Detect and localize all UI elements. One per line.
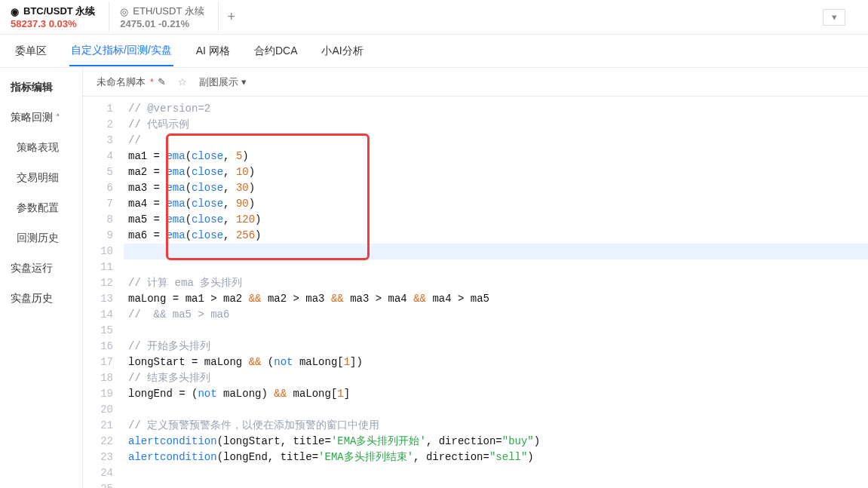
code-token: 256 (236, 229, 255, 241)
add-tab-button[interactable]: + (219, 5, 244, 30)
code-token: maLong (293, 388, 331, 400)
code-line[interactable] (124, 244, 868, 259)
sidebar-item-backtest-history[interactable]: 回测历史 (0, 223, 82, 253)
line-number: 15 (83, 323, 124, 339)
code-token: ema (166, 166, 185, 178)
sub-view-button[interactable]: 副图展示 ▾ (199, 75, 247, 89)
line-number: 3 (83, 133, 124, 149)
market-tab-btc[interactable]: ◉ BTC/USDT 永续 58237.3 0.03% (0, 2, 109, 32)
code-token: ) (249, 182, 255, 194)
code-token: ma3 (350, 293, 376, 305)
sidebar-item-live-history[interactable]: 实盘历史 (0, 284, 82, 314)
code-token: , (223, 213, 236, 226)
main-area: 指标编辑 策略回测˄ 策略表现 交易明细 参数配置 回测历史 实盘运行 实盘历史… (0, 68, 868, 488)
sidebar-item-param-config[interactable]: 参数配置 (0, 193, 82, 223)
code-line[interactable]: // 开始多头排列 (124, 339, 868, 354)
code-line[interactable]: // 计算 ema 多头排列 (124, 275, 868, 291)
code-line[interactable] (124, 465, 868, 481)
code-line[interactable]: ma5 = ema(close, 120) (124, 212, 868, 228)
code-token: title (293, 435, 324, 447)
line-number: 5 (83, 164, 124, 180)
code-line[interactable]: longEnd = (not maLong) && maLong[1] (124, 386, 868, 402)
code-token: // 结束多头排列 (128, 372, 210, 384)
code-line[interactable]: // (124, 133, 868, 149)
code-token: ) (255, 229, 261, 241)
code-token: close (192, 182, 223, 194)
code-token: = (483, 451, 489, 463)
code-token: 90 (236, 198, 249, 210)
code-token: = (312, 451, 318, 463)
line-number: 25 (83, 481, 124, 488)
code-token: = (154, 198, 167, 210)
market-tab-bar: ◉ BTC/USDT 永续 58237.3 0.03% ◎ ETH/USDT 永… (0, 0, 868, 35)
code-token: = (154, 150, 167, 162)
code-token: // 定义预警预警条件，以便在添加预警的窗口中使用 (128, 419, 379, 431)
menu-orders[interactable]: 委单区 (14, 37, 48, 66)
sidebar-item-live-run[interactable]: 实盘运行 (0, 253, 82, 284)
market-pair-label: ETH/USDT 永续 (133, 5, 204, 18)
code-line[interactable]: // 代码示例 (124, 117, 868, 133)
sidebar-item-performance[interactable]: 策略表现 (0, 133, 82, 163)
code-editor[interactable]: 1234567891011121314151617181920212223242… (83, 97, 868, 488)
header-dropdown[interactable]: ▾ (823, 9, 845, 26)
code-line[interactable]: // @version=2 (124, 101, 868, 117)
code-token: ma6 (128, 229, 154, 241)
code-token: , (281, 435, 293, 447)
menu-mini-ai[interactable]: 小AI分析 (320, 37, 364, 66)
code-line[interactable] (124, 259, 868, 275)
code-line[interactable]: // 定义预警预警条件，以便在添加预警的窗口中使用 (124, 418, 868, 434)
code-line[interactable]: ma6 = ema(close, 256) (124, 228, 868, 244)
sidebar-item-backtest[interactable]: 策略回测˄ (0, 103, 82, 133)
line-number: 11 (83, 259, 124, 275)
crypto-icon: ◉ (11, 6, 19, 17)
code-token: close (192, 166, 223, 178)
code-line[interactable] (124, 323, 868, 339)
code-token: ema (166, 150, 185, 162)
crypto-icon: ◎ (120, 6, 128, 17)
code-line[interactable]: maLong = ma1 > ma2 && ma2 > ma3 && ma3 >… (124, 291, 868, 307)
sidebar-item-trade-detail[interactable]: 交易明细 (0, 163, 82, 193)
code-line[interactable]: // 结束多头排列 (124, 370, 868, 386)
code-token: && (274, 388, 293, 400)
code-line[interactable]: alertcondition(longEnd, title='EMA多头排列结束… (124, 450, 868, 465)
code-token: ma4 (432, 293, 458, 305)
code-token: longStart (223, 435, 281, 447)
code-token: // 开始多头排列 (128, 340, 210, 352)
code-line[interactable] (124, 402, 868, 418)
code-line[interactable] (124, 481, 868, 488)
code-lines[interactable]: // @version=2// 代码示例// ma1 = ema(close, … (124, 97, 868, 488)
code-line[interactable]: ma4 = ema(close, 90) (124, 196, 868, 212)
sidebar-item-label: 策略回测 (11, 111, 53, 123)
code-token: ema (166, 182, 185, 194)
code-line[interactable]: // && ma5 > ma6 (124, 307, 868, 323)
code-token: ) (242, 150, 248, 162)
menu-ai-grid[interactable]: AI 网格 (195, 37, 232, 66)
code-line[interactable]: ma2 = ema(close, 10) (124, 164, 868, 180)
code-token: ema (166, 213, 185, 226)
line-number: 24 (83, 465, 124, 481)
code-token: , (426, 435, 439, 447)
code-line[interactable]: longStart = maLong && (not maLong[1]) (124, 354, 868, 370)
code-line[interactable]: ma1 = ema(close, 5) (124, 149, 868, 164)
star-icon[interactable]: ☆ (178, 76, 187, 87)
code-token: ma5 (128, 213, 154, 226)
code-token: ) (249, 198, 255, 210)
code-token: "sell" (489, 451, 527, 463)
line-number: 14 (83, 307, 124, 323)
line-number: 6 (83, 180, 124, 196)
code-token: = (179, 388, 192, 400)
code-line[interactable]: alertcondition(longStart, title='EMA多头排列… (124, 434, 868, 450)
menu-custom-indicator[interactable]: 自定义指标/回测/实盘 (69, 36, 173, 66)
code-token: // && ma5 > ma6 (128, 308, 229, 321)
market-tab-eth[interactable]: ◎ ETH/USDT 永续 2475.01 -0.21% (109, 2, 218, 32)
code-token: && (413, 293, 432, 305)
code-token: , (223, 198, 236, 210)
script-name[interactable]: 未命名脚本 * ✎ (97, 75, 166, 89)
sidebar-item-indicator-edit[interactable]: 指标编辑 (0, 72, 82, 103)
code-line[interactable]: ma3 = ema(close, 30) (124, 180, 868, 196)
code-token: = (154, 182, 167, 194)
code-token: ma3 (128, 182, 154, 194)
line-number: 9 (83, 228, 124, 244)
code-token: ]) (350, 356, 363, 368)
menu-contract-dca[interactable]: 合约DCA (253, 37, 299, 66)
